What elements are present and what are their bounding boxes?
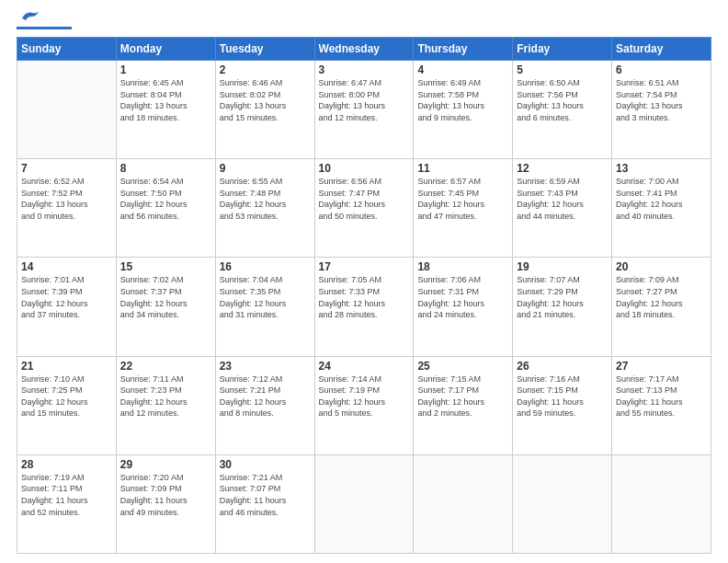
day-info: Sunrise: 6:50 AMSunset: 7:56 PMDaylight:… <box>517 77 608 123</box>
day-info: Sunrise: 6:47 AMSunset: 8:00 PMDaylight:… <box>319 77 410 123</box>
day-number: 9 <box>220 162 311 175</box>
weekday-header-friday: Friday <box>513 38 612 61</box>
day-number: 8 <box>120 162 211 175</box>
day-info: Sunrise: 7:16 AMSunset: 7:15 PMDaylight:… <box>517 373 608 419</box>
day-number: 6 <box>616 63 707 76</box>
calendar-cell: 24Sunrise: 7:14 AMSunset: 7:19 PMDayligh… <box>314 356 414 454</box>
day-number: 15 <box>120 260 211 273</box>
day-info: Sunrise: 7:17 AMSunset: 7:13 PMDaylight:… <box>616 373 707 419</box>
calendar-cell: 18Sunrise: 7:06 AMSunset: 7:31 PMDayligh… <box>414 258 513 356</box>
calendar-cell: 17Sunrise: 7:05 AMSunset: 7:33 PMDayligh… <box>314 258 414 356</box>
calendar-cell: 7Sunrise: 6:52 AMSunset: 7:52 PMDaylight… <box>17 159 117 258</box>
day-number: 29 <box>120 458 211 471</box>
day-number: 12 <box>517 162 608 175</box>
weekday-header-monday: Monday <box>116 38 215 61</box>
calendar-cell: 22Sunrise: 7:11 AMSunset: 7:23 PMDayligh… <box>116 356 215 454</box>
day-number: 3 <box>319 63 410 76</box>
day-number: 20 <box>616 260 707 273</box>
calendar-cell: 4Sunrise: 6:49 AMSunset: 7:58 PMDaylight… <box>414 61 513 159</box>
day-number: 27 <box>616 360 707 373</box>
day-number: 25 <box>417 360 508 373</box>
day-info: Sunrise: 6:49 AMSunset: 7:58 PMDaylight:… <box>417 77 508 123</box>
day-info: Sunrise: 7:01 AMSunset: 7:39 PMDaylight:… <box>21 274 112 320</box>
day-number: 23 <box>220 360 311 373</box>
calendar-cell <box>414 454 513 553</box>
day-number: 2 <box>220 63 311 76</box>
day-number: 22 <box>120 360 211 373</box>
day-info: Sunrise: 7:09 AMSunset: 7:27 PMDaylight:… <box>616 274 707 320</box>
day-info: Sunrise: 6:56 AMSunset: 7:47 PMDaylight:… <box>319 176 410 222</box>
calendar-week-row: 28Sunrise: 7:19 AMSunset: 7:11 PMDayligh… <box>17 454 711 553</box>
calendar-cell: 12Sunrise: 6:59 AMSunset: 7:43 PMDayligh… <box>513 159 612 258</box>
day-info: Sunrise: 7:05 AMSunset: 7:33 PMDaylight:… <box>319 274 410 320</box>
calendar-table: SundayMondayTuesdayWednesdayThursdayFrid… <box>17 37 711 554</box>
calendar-cell: 20Sunrise: 7:09 AMSunset: 7:27 PMDayligh… <box>612 258 711 356</box>
calendar-cell: 8Sunrise: 6:54 AMSunset: 7:50 PMDaylight… <box>116 159 215 258</box>
day-info: Sunrise: 7:06 AMSunset: 7:31 PMDaylight:… <box>417 274 508 320</box>
calendar-week-row: 1Sunrise: 6:45 AMSunset: 8:04 PMDaylight… <box>17 61 711 159</box>
calendar-week-row: 14Sunrise: 7:01 AMSunset: 7:39 PMDayligh… <box>17 258 711 356</box>
day-info: Sunrise: 6:57 AMSunset: 7:45 PMDaylight:… <box>417 176 508 222</box>
day-info: Sunrise: 7:02 AMSunset: 7:37 PMDaylight:… <box>120 274 211 320</box>
calendar-cell <box>17 61 117 159</box>
day-number: 11 <box>417 162 508 175</box>
day-number: 28 <box>21 458 112 471</box>
header <box>17 17 711 29</box>
day-info: Sunrise: 6:55 AMSunset: 7:48 PMDaylight:… <box>220 176 311 222</box>
calendar-cell: 26Sunrise: 7:16 AMSunset: 7:15 PMDayligh… <box>513 356 612 454</box>
day-number: 5 <box>517 63 608 76</box>
calendar-header-row: SundayMondayTuesdayWednesdayThursdayFrid… <box>17 38 711 61</box>
calendar-cell: 11Sunrise: 6:57 AMSunset: 7:45 PMDayligh… <box>414 159 513 258</box>
day-info: Sunrise: 6:59 AMSunset: 7:43 PMDaylight:… <box>517 176 608 222</box>
day-info: Sunrise: 7:15 AMSunset: 7:17 PMDaylight:… <box>417 373 508 419</box>
day-info: Sunrise: 6:51 AMSunset: 7:54 PMDaylight:… <box>616 77 707 123</box>
calendar-cell: 30Sunrise: 7:21 AMSunset: 7:07 PMDayligh… <box>215 454 314 553</box>
day-info: Sunrise: 7:10 AMSunset: 7:25 PMDaylight:… <box>21 373 112 419</box>
weekday-header-wednesday: Wednesday <box>314 38 414 61</box>
weekday-header-tuesday: Tuesday <box>215 38 314 61</box>
calendar-cell: 3Sunrise: 6:47 AMSunset: 8:00 PMDaylight… <box>314 61 414 159</box>
day-info: Sunrise: 7:04 AMSunset: 7:35 PMDaylight:… <box>220 274 311 320</box>
calendar-cell: 10Sunrise: 6:56 AMSunset: 7:47 PMDayligh… <box>314 159 414 258</box>
calendar-cell <box>612 454 711 553</box>
day-number: 1 <box>120 63 211 76</box>
calendar-cell: 25Sunrise: 7:15 AMSunset: 7:17 PMDayligh… <box>414 356 513 454</box>
calendar-cell: 21Sunrise: 7:10 AMSunset: 7:25 PMDayligh… <box>17 356 117 454</box>
day-number: 10 <box>319 162 410 175</box>
calendar-cell: 2Sunrise: 6:46 AMSunset: 8:02 PMDaylight… <box>215 61 314 159</box>
day-info: Sunrise: 6:45 AMSunset: 8:04 PMDaylight:… <box>120 77 211 123</box>
day-info: Sunrise: 6:54 AMSunset: 7:50 PMDaylight:… <box>120 176 211 222</box>
calendar-cell: 1Sunrise: 6:45 AMSunset: 8:04 PMDaylight… <box>116 61 215 159</box>
day-info: Sunrise: 7:21 AMSunset: 7:07 PMDaylight:… <box>220 472 311 518</box>
day-info: Sunrise: 7:14 AMSunset: 7:19 PMDaylight:… <box>319 373 410 419</box>
day-number: 26 <box>517 360 608 373</box>
calendar-week-row: 21Sunrise: 7:10 AMSunset: 7:25 PMDayligh… <box>17 356 711 454</box>
calendar-cell: 13Sunrise: 7:00 AMSunset: 7:41 PMDayligh… <box>612 159 711 258</box>
day-number: 30 <box>220 458 311 471</box>
calendar-cell: 14Sunrise: 7:01 AMSunset: 7:39 PMDayligh… <box>17 258 117 356</box>
day-number: 19 <box>517 260 608 273</box>
calendar-cell: 27Sunrise: 7:17 AMSunset: 7:13 PMDayligh… <box>612 356 711 454</box>
day-number: 18 <box>417 260 508 273</box>
calendar-cell: 23Sunrise: 7:12 AMSunset: 7:21 PMDayligh… <box>215 356 314 454</box>
calendar-week-row: 7Sunrise: 6:52 AMSunset: 7:52 PMDaylight… <box>17 159 711 258</box>
day-info: Sunrise: 7:11 AMSunset: 7:23 PMDaylight:… <box>120 373 211 419</box>
logo <box>17 17 72 29</box>
day-number: 21 <box>21 360 112 373</box>
day-number: 16 <box>220 260 311 273</box>
day-info: Sunrise: 7:20 AMSunset: 7:09 PMDaylight:… <box>120 472 211 518</box>
day-number: 14 <box>21 260 112 273</box>
calendar-cell: 19Sunrise: 7:07 AMSunset: 7:29 PMDayligh… <box>513 258 612 356</box>
calendar-cell: 9Sunrise: 6:55 AMSunset: 7:48 PMDaylight… <box>215 159 314 258</box>
calendar-cell: 16Sunrise: 7:04 AMSunset: 7:35 PMDayligh… <box>215 258 314 356</box>
day-info: Sunrise: 7:12 AMSunset: 7:21 PMDaylight:… <box>220 373 311 419</box>
day-info: Sunrise: 6:52 AMSunset: 7:52 PMDaylight:… <box>21 176 112 222</box>
day-info: Sunrise: 7:19 AMSunset: 7:11 PMDaylight:… <box>21 472 112 518</box>
logo-bird-icon <box>20 9 40 26</box>
weekday-header-saturday: Saturday <box>612 38 711 61</box>
calendar-cell: 5Sunrise: 6:50 AMSunset: 7:56 PMDaylight… <box>513 61 612 159</box>
calendar-cell: 6Sunrise: 6:51 AMSunset: 7:54 PMDaylight… <box>612 61 711 159</box>
day-number: 7 <box>21 162 112 175</box>
day-number: 17 <box>319 260 410 273</box>
day-number: 4 <box>417 63 508 76</box>
